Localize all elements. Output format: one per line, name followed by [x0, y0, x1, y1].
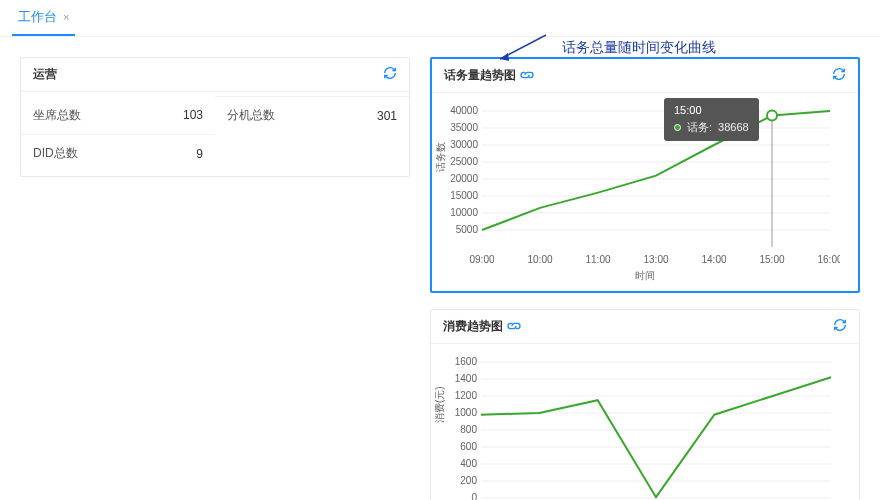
tab-bar: 工作台 × [0, 0, 880, 37]
svg-point-26 [767, 111, 777, 121]
stat-value: 103 [183, 108, 203, 122]
svg-text:40000: 40000 [450, 105, 478, 116]
spend-panel: 消费趋势图 消费(元) 02004 [430, 309, 860, 500]
stat-row: 分机总数 301 [215, 96, 409, 134]
svg-text:5000: 5000 [456, 224, 479, 235]
annotation-text: 话务总量随时间变化曲线 [562, 39, 716, 57]
svg-text:1400: 1400 [455, 373, 478, 384]
stat-row: DID总数 9 [21, 134, 215, 172]
stat-label: DID总数 [33, 145, 78, 162]
stat-label: 分机总数 [227, 107, 275, 124]
svg-text:600: 600 [460, 441, 477, 452]
tab-label: 工作台 [18, 8, 57, 26]
traffic-ylabel: 话务数 [434, 142, 448, 172]
stat-row: 坐席总数 103 [21, 96, 215, 134]
link-icon[interactable] [506, 319, 522, 333]
stat-label: 坐席总数 [33, 107, 81, 124]
stat-value: 301 [377, 109, 397, 123]
svg-text:11:00: 11:00 [585, 254, 610, 265]
stat-value: 9 [196, 147, 203, 161]
traffic-panel: 话务量趋势图 话务数 500010 [430, 57, 860, 293]
spend-ylabel: 消费(元) [433, 387, 447, 424]
svg-text:1000: 1000 [455, 407, 478, 418]
tab-close-icon[interactable]: × [63, 11, 69, 23]
svg-text:14:00: 14:00 [701, 254, 726, 265]
spend-chart[interactable]: 消费(元) 0200400600800100012001400160003-15… [431, 344, 859, 500]
refresh-icon[interactable] [383, 66, 397, 83]
svg-text:10000: 10000 [450, 207, 478, 218]
svg-text:20000: 20000 [450, 173, 478, 184]
link-icon[interactable] [519, 68, 535, 82]
svg-text:400: 400 [460, 458, 477, 469]
ops-panel-title: 运营 [33, 66, 57, 83]
svg-text:0: 0 [471, 492, 477, 500]
tab-workbench[interactable]: 工作台 × [12, 0, 75, 36]
svg-text:25000: 25000 [450, 156, 478, 167]
spend-panel-title: 消费趋势图 [443, 318, 522, 335]
refresh-icon[interactable] [833, 318, 847, 335]
svg-text:13:00: 13:00 [643, 254, 668, 265]
refresh-icon[interactable] [832, 67, 846, 84]
svg-text:15:00: 15:00 [759, 254, 784, 265]
svg-line-0 [500, 35, 546, 59]
svg-text:30000: 30000 [450, 139, 478, 150]
svg-text:09:00: 09:00 [469, 254, 494, 265]
svg-text:800: 800 [460, 424, 477, 435]
ops-panel: 运营 坐席总数 103 分机总数 301 DID总 [20, 57, 410, 177]
svg-text:1600: 1600 [455, 356, 478, 367]
svg-text:200: 200 [460, 475, 477, 486]
svg-text:10:00: 10:00 [527, 254, 552, 265]
svg-text:15000: 15000 [450, 190, 478, 201]
svg-text:16:00: 16:00 [817, 254, 840, 265]
traffic-panel-title: 话务量趋势图 [444, 67, 535, 84]
traffic-chart[interactable]: 话务数 500010000150002000025000300003500040… [432, 93, 858, 273]
svg-text:35000: 35000 [450, 122, 478, 133]
svg-text:1200: 1200 [455, 390, 478, 401]
